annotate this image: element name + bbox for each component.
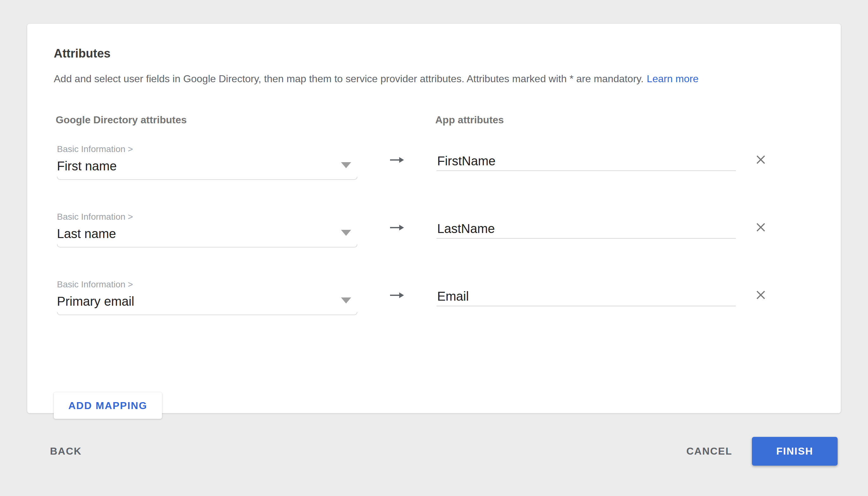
directory-attribute-cell: Basic Information > First name xyxy=(57,144,357,180)
select-underline xyxy=(57,312,357,315)
app-attribute-input[interactable] xyxy=(437,221,736,239)
page-title: Attributes xyxy=(54,46,814,61)
close-icon xyxy=(755,154,766,165)
close-icon xyxy=(755,289,766,301)
arrow-right-icon xyxy=(390,224,404,231)
remove-mapping-button[interactable] xyxy=(752,219,769,235)
directory-attributes-header: Google Directory attributes xyxy=(56,113,356,126)
close-icon xyxy=(755,222,766,233)
dropdown-arrow-icon xyxy=(341,297,351,304)
category-breadcrumb: Basic Information > xyxy=(57,144,357,155)
header-spacer xyxy=(356,113,435,126)
app-attribute-cell xyxy=(437,212,737,248)
description-text: Add and select user fields in Google Dir… xyxy=(54,73,644,84)
arrow-right-icon xyxy=(390,292,404,299)
directory-attribute-select[interactable]: First name xyxy=(57,158,357,173)
selected-directory-attribute: Primary email xyxy=(57,294,357,309)
select-underline xyxy=(57,177,357,180)
page-description: Add and select user fields in Google Dir… xyxy=(54,71,814,86)
wizard-footer: BACK CANCEL FINISH xyxy=(0,413,868,489)
mapping-row-last-name: Basic Information > Last name xyxy=(57,212,814,248)
mapping-row-first-name: Basic Information > First name xyxy=(57,144,814,180)
remove-cell xyxy=(737,279,785,315)
app-attribute-cell xyxy=(437,279,737,315)
remove-mapping-button[interactable] xyxy=(752,152,769,168)
column-headers: Google Directory attributes App attribut… xyxy=(56,113,814,126)
mapping-arrow-cell xyxy=(357,144,437,180)
cancel-button[interactable]: CANCEL xyxy=(686,446,732,457)
app-attribute-input[interactable] xyxy=(437,289,736,306)
finish-button[interactable]: FINISH xyxy=(752,437,838,466)
directory-attribute-select[interactable]: Primary email xyxy=(57,294,357,309)
category-breadcrumb: Basic Information > xyxy=(57,212,357,222)
mapping-rows: Basic Information > First name xyxy=(54,144,814,315)
dropdown-arrow-icon xyxy=(341,162,351,168)
selected-directory-attribute: Last name xyxy=(57,226,357,241)
attributes-card: Attributes Add and select user fields in… xyxy=(27,24,841,413)
app-attribute-input[interactable] xyxy=(437,153,736,171)
learn-more-link[interactable]: Learn more xyxy=(647,73,699,84)
dropdown-arrow-icon xyxy=(341,230,351,236)
mapping-row-primary-email: Basic Information > Primary email xyxy=(57,279,814,315)
back-button[interactable]: BACK xyxy=(50,446,81,457)
selected-directory-attribute: First name xyxy=(57,158,357,173)
category-breadcrumb: Basic Information > xyxy=(57,279,357,290)
remove-mapping-button[interactable] xyxy=(752,287,769,303)
remove-cell xyxy=(737,144,785,180)
remove-cell xyxy=(737,212,785,248)
app-attribute-cell xyxy=(437,144,737,180)
directory-attribute-cell: Basic Information > Primary email xyxy=(57,279,357,315)
select-underline xyxy=(57,244,357,248)
mapping-arrow-cell xyxy=(357,279,437,315)
directory-attribute-select[interactable]: Last name xyxy=(57,226,357,241)
mapping-arrow-cell xyxy=(357,212,437,248)
directory-attribute-cell: Basic Information > Last name xyxy=(57,212,357,248)
arrow-right-icon xyxy=(390,156,404,164)
app-attributes-header: App attributes xyxy=(435,113,736,126)
